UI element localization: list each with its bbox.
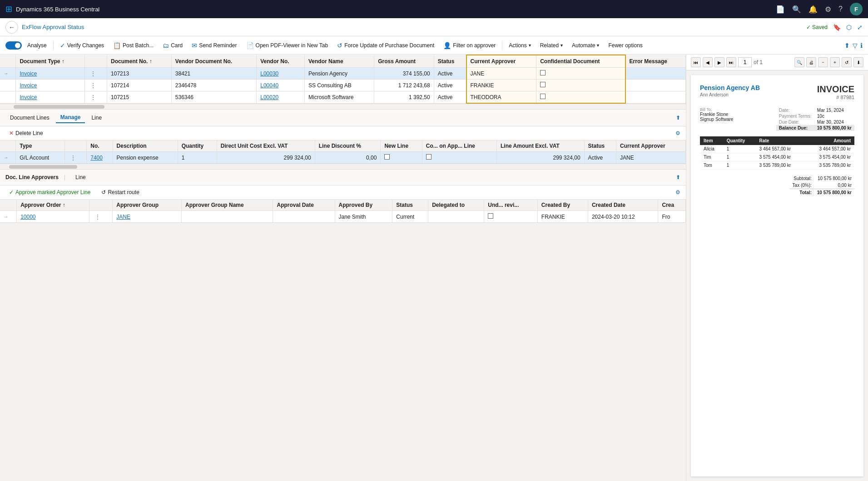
vendor-no-link[interactable]: L00030	[260, 70, 278, 77]
delete-line-button[interactable]: ✕ Delete Line	[5, 128, 47, 138]
pages-icon[interactable]: 📄	[776, 5, 785, 14]
approver-row[interactable]: → 10000 ⋮ JANE Jane Smith Current FRANKI…	[0, 211, 686, 223]
col-confidential[interactable]: Confidential Document	[536, 55, 625, 68]
confidential-checkbox[interactable]	[540, 94, 546, 99]
line-row[interactable]: → G/L Account ⋮ 7400 Pension expense 1 2…	[0, 152, 686, 164]
lines-col-co[interactable]: Co... on App... Line	[422, 140, 496, 152]
line-menu[interactable]: ⋮	[64, 152, 87, 164]
filter-approver-button[interactable]: 👤 Filter on approver	[440, 40, 499, 51]
app-col-crea[interactable]: Crea	[658, 200, 686, 211]
approvers-expand-icon[interactable]: ⬆	[676, 174, 680, 180]
analyse-button[interactable]: Analyse	[24, 40, 50, 50]
lines-hscroll[interactable]	[0, 164, 686, 169]
back-button[interactable]: ←	[5, 21, 18, 34]
app-col-order[interactable]: Approver Order ↑	[17, 200, 89, 211]
lines-col-status[interactable]: Status	[584, 140, 616, 152]
tab-manage[interactable]: Manage	[56, 112, 85, 123]
confidential-checkbox[interactable]	[540, 70, 546, 75]
lines-col-desc[interactable]: Description	[113, 140, 178, 152]
app-col-delegated[interactable]: Delegated to	[428, 200, 484, 211]
row-menu-dots[interactable]: ⋮	[89, 82, 98, 89]
card-button[interactable]: 🗂 Card	[159, 40, 186, 51]
doc-type-link[interactable]: Invoice	[20, 94, 37, 100]
new-line-checkbox[interactable]	[384, 154, 390, 160]
analyse-toggle[interactable]	[5, 41, 22, 50]
app-col-created-date[interactable]: Created Date	[588, 200, 658, 211]
settings-icon[interactable]: ⚙	[825, 5, 831, 14]
col-error[interactable]: Error Message	[625, 55, 686, 68]
row-menu-dots[interactable]: ⋮	[89, 70, 98, 77]
table-row[interactable]: Invoice ⋮ 107214 2346478 L00040 SS Consu…	[0, 80, 686, 91]
lines-col-unit-cost[interactable]: Direct Unit Cost Excl. VAT	[217, 140, 315, 152]
row-menu[interactable]: ⋮	[85, 91, 107, 104]
doc-lines-toolbar-expand[interactable]: ⚙	[675, 130, 680, 136]
automate-button[interactable]: Automate ▾	[568, 40, 603, 50]
doc-type-link[interactable]: Invoice	[20, 70, 37, 77]
share-icon[interactable]: ⬆	[844, 42, 850, 49]
col-approver[interactable]: Current Approver	[466, 55, 536, 68]
rotate-button[interactable]: ↺	[842, 57, 852, 67]
row-menu[interactable]: ⋮	[85, 68, 107, 80]
verify-changes-button[interactable]: ✓ Verify Changes	[56, 40, 108, 51]
help-icon[interactable]: ?	[838, 5, 843, 13]
app-col-group-name[interactable]: Approver Group Name	[181, 200, 273, 211]
app-col-group[interactable]: Approver Group	[113, 200, 182, 211]
fewer-options-button[interactable]: Fewer options	[605, 40, 646, 50]
order-link[interactable]: 10000	[20, 214, 35, 220]
notification-icon[interactable]: 🔔	[808, 5, 818, 14]
tab-line[interactable]: Line	[87, 113, 106, 123]
lines-col-type[interactable]: Type	[16, 140, 64, 152]
info-icon[interactable]: ℹ	[860, 42, 863, 49]
approve-line-button[interactable]: ✓ Approve marked Approver Line	[5, 187, 94, 197]
col-vendor-no[interactable]: Vendor No.	[257, 55, 305, 68]
post-batch-button[interactable]: 📋 Post Batch...	[109, 40, 157, 51]
tab-document-lines[interactable]: Document Lines	[5, 113, 54, 123]
app-col-approved-by[interactable]: Approved By	[335, 200, 392, 211]
main-table-hscroll[interactable]	[0, 104, 686, 109]
co-checkbox[interactable]	[426, 154, 432, 160]
vendor-no-link[interactable]: L00020	[260, 94, 278, 100]
force-update-button[interactable]: ↺ Force Update of Purchase Document	[333, 40, 438, 51]
download-button[interactable]: ⬇	[853, 57, 863, 67]
col-vendor-name[interactable]: Vendor Name	[304, 55, 374, 68]
collapse-icon[interactable]: ⤢	[857, 24, 863, 31]
app-col-approval-date[interactable]: Approval Date	[273, 200, 335, 211]
print-button[interactable]: 🖨	[806, 57, 816, 67]
send-reminder-button[interactable]: ✉ Send Reminder	[188, 40, 240, 51]
lines-col-no[interactable]: No.	[87, 140, 113, 152]
app-menu-dots[interactable]: ⋮	[93, 214, 102, 220]
doc-lines-expand-icon[interactable]: ⬆	[676, 115, 680, 121]
search-doc-button[interactable]: 🔍	[794, 57, 804, 67]
vendor-no-link[interactable]: L00040	[260, 82, 278, 89]
col-doc-no[interactable]: Document No. ↑	[107, 55, 172, 68]
lines-col-approver[interactable]: Current Approver	[616, 140, 686, 152]
row-menu[interactable]: ⋮	[85, 80, 107, 91]
page-number-input[interactable]	[738, 57, 752, 67]
table-row[interactable]: Invoice ⋮ 107215 536346 L00020 Microsoft…	[0, 91, 686, 104]
row-menu-dots[interactable]: ⋮	[89, 94, 98, 100]
app-col-created-by[interactable]: Created By	[537, 200, 588, 211]
line-menu-dots[interactable]: ⋮	[69, 155, 78, 161]
table-row[interactable]: → Invoice ⋮ 107213 38421 L00030 Pension …	[0, 68, 686, 80]
col-gross[interactable]: Gross Amount	[374, 55, 434, 68]
zoom-out-button[interactable]: －	[818, 57, 828, 67]
search-icon[interactable]: 🔍	[792, 5, 801, 14]
col-vendor-doc[interactable]: Vendor Document No.	[171, 55, 256, 68]
external-link-icon[interactable]: ⬡	[846, 24, 852, 31]
first-page-button[interactable]: ⏮	[691, 57, 701, 67]
restart-route-button[interactable]: ↺ Restart route	[98, 187, 143, 197]
lines-col-amount[interactable]: Line Amount Excl. VAT	[497, 140, 585, 152]
zoom-in-button[interactable]: ＋	[830, 57, 840, 67]
actions-button[interactable]: Actions ▾	[505, 40, 534, 50]
und-revi-checkbox[interactable]	[488, 213, 493, 219]
approvers-toolbar-expand[interactable]: ⚙	[675, 189, 680, 195]
col-doc-type[interactable]: Document Type ↑	[16, 55, 85, 68]
app-col-status[interactable]: Status	[392, 200, 428, 211]
bookmark-icon[interactable]: 🔖	[833, 24, 841, 31]
app-menu[interactable]: ⋮	[89, 211, 113, 223]
group-link[interactable]: JANE	[116, 214, 130, 220]
lines-col-disc[interactable]: Line Discount %	[315, 140, 381, 152]
user-avatar[interactable]: F	[850, 3, 863, 15]
line-no-link[interactable]: 7400	[90, 155, 103, 161]
tab-approvers-line[interactable]: Line	[71, 172, 90, 182]
